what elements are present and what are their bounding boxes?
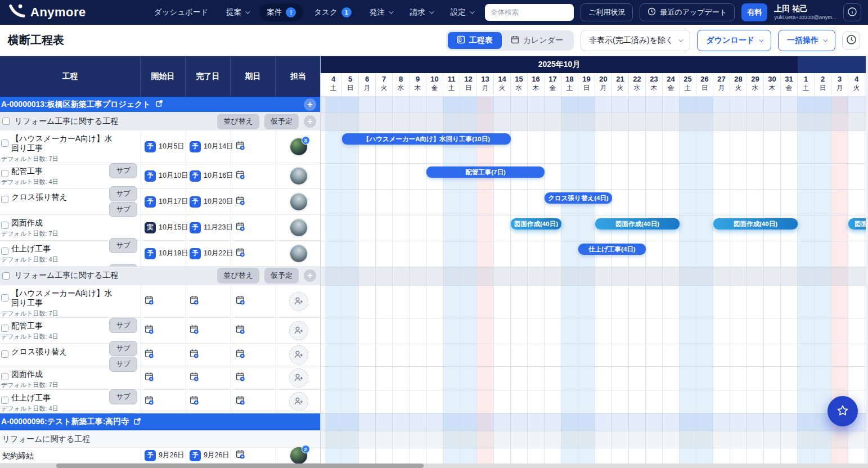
filter-dropdown[interactable]: 非表示(完工済み)を除く [581,30,690,51]
group-checkbox[interactable] [2,272,10,280]
start-date-cell[interactable]: 予10月17日 [141,189,186,214]
calendar-add-icon[interactable] [190,325,199,336]
tab-calendar[interactable]: カレンダー [502,32,572,49]
calendar-add-icon[interactable] [145,395,154,407]
assignee-avatar[interactable]: 3 [289,137,308,156]
favorite-fab-button[interactable] [827,396,858,426]
due-date-cell[interactable] [231,344,276,366]
due-date-cell[interactable] [231,390,276,413]
calendar-add-icon[interactable] [236,295,245,307]
calendar-add-icon[interactable] [236,372,245,384]
task-checkbox[interactable] [1,170,8,177]
end-date-cell[interactable] [186,390,231,413]
sort-button[interactable]: 並び替え [217,114,259,129]
gantt-bar[interactable]: 図面作成(40日) [848,218,868,230]
assignee-avatar[interactable] [289,192,308,212]
calendar-add-icon[interactable] [236,248,245,259]
end-date-cell[interactable]: 予11月23日 [186,215,231,240]
assignee-avatar[interactable] [289,166,308,186]
assignee-cell[interactable] [276,318,321,343]
calendar-add-icon[interactable] [190,295,199,307]
start-date-cell[interactable]: 予10月5日 [141,130,186,163]
end-date-cell[interactable] [186,285,231,317]
assignee-cell[interactable]: 3 [276,130,321,163]
end-date-cell[interactable]: 予10月20日 [186,189,231,214]
calendar-add-icon[interactable] [190,372,199,384]
task-checkbox[interactable] [1,373,8,380]
due-date-cell[interactable] [231,366,276,389]
task-checkbox[interactable] [1,350,8,358]
assignee-cell[interactable] [276,285,321,317]
end-date-cell[interactable]: 予10月14日 [186,130,231,163]
external-link-icon[interactable] [133,417,141,427]
gantt-bar[interactable]: 図面作成(40日) [713,218,798,230]
due-date-cell[interactable] [231,448,276,463]
calendar-add-icon[interactable] [236,170,245,182]
calendar-add-icon[interactable] [190,349,199,361]
assignee-cell[interactable] [276,390,321,413]
gantt-bar[interactable]: 図面作成(40日) [595,218,680,230]
start-date-cell[interactable]: 実10月15日 [141,215,186,240]
calendar-add-icon[interactable] [145,325,154,336]
add-task-button[interactable]: + [304,115,316,128]
calendar-add-icon[interactable] [236,141,245,152]
start-date-cell[interactable] [141,366,186,389]
calendar-add-icon[interactable] [190,395,199,407]
info-button[interactable] [843,3,861,21]
end-date-cell[interactable]: 予10月16日 [186,163,231,188]
add-assignee-button[interactable] [289,321,308,340]
due-date-cell[interactable] [231,318,276,343]
task-checkbox[interactable] [1,248,8,255]
start-date-cell[interactable] [141,390,186,413]
gantt-bar[interactable]: クロス張り替え(4日) [545,192,612,204]
assignee-avatar[interactable] [289,218,308,237]
assignee-cell[interactable] [276,189,321,214]
start-date-cell[interactable] [141,344,186,366]
scrollbar-thumb[interactable] [56,464,424,468]
start-date-cell[interactable]: 予10月19日 [141,241,186,266]
calendar-add-icon[interactable] [236,222,245,233]
due-date-cell[interactable] [231,130,276,163]
vertical-scrollbar[interactable] [866,56,868,464]
tab-schedule[interactable]: 工程表 [448,32,502,49]
tentative-button[interactable]: 仮予定 [264,268,299,284]
nav-item-タスク[interactable]: タスク1 [307,3,358,21]
user-menu[interactable]: 上田 祐己 yuki.ueta+33333@anym... [774,4,836,20]
nav-item-請求[interactable]: 請求 [403,3,440,21]
gantt-bar[interactable]: 図面作成(40日) [511,218,561,230]
search-input[interactable] [485,4,574,21]
group-checkbox[interactable] [2,118,10,125]
calendar-add-icon[interactable] [145,349,154,361]
add-process-button[interactable]: + [304,98,316,111]
assignee-cell[interactable] [276,163,321,188]
assignee-avatar[interactable] [289,244,308,263]
task-checkbox[interactable] [1,294,8,302]
horizontal-scrollbar[interactable] [0,464,868,468]
recent-updates-button[interactable]: 最近のアップデート [640,3,735,21]
tentative-button[interactable]: 仮予定 [264,114,299,129]
assignee-cell[interactable]: 2 [276,448,321,463]
gantt-bar[interactable]: 仕上げ工事(4日) [578,244,646,255]
usage-status-button[interactable]: ご利用状況 [581,3,633,21]
due-date-cell[interactable] [231,189,276,214]
assignee-cell[interactable] [276,215,321,240]
external-link-icon[interactable] [155,100,163,109]
sort-button[interactable]: 並び替え [217,268,259,284]
task-checkbox[interactable] [1,325,8,332]
download-dropdown[interactable]: ダウンロード [697,30,771,51]
nav-item-発注[interactable]: 発注 [362,3,399,21]
calendar-add-icon[interactable] [236,349,245,361]
task-checkbox[interactable] [1,140,8,147]
end-date-cell[interactable]: 予10月22日 [186,241,231,266]
calendar-add-icon[interactable] [145,372,154,384]
start-date-cell[interactable]: 予9月26日 [141,448,186,463]
start-date-cell[interactable]: 予10月10日 [141,163,186,188]
assignee-avatar[interactable]: 2 [289,446,308,464]
task-checkbox[interactable] [1,222,8,229]
add-assignee-button[interactable] [289,345,308,364]
add-task-button[interactable]: + [304,269,316,282]
project-row[interactable]: A-00000013:板橋区新築工事プロジェクト+ [0,97,321,112]
assignee-cell[interactable] [276,366,321,389]
add-assignee-button[interactable] [289,292,308,311]
start-date-cell[interactable] [141,285,186,317]
